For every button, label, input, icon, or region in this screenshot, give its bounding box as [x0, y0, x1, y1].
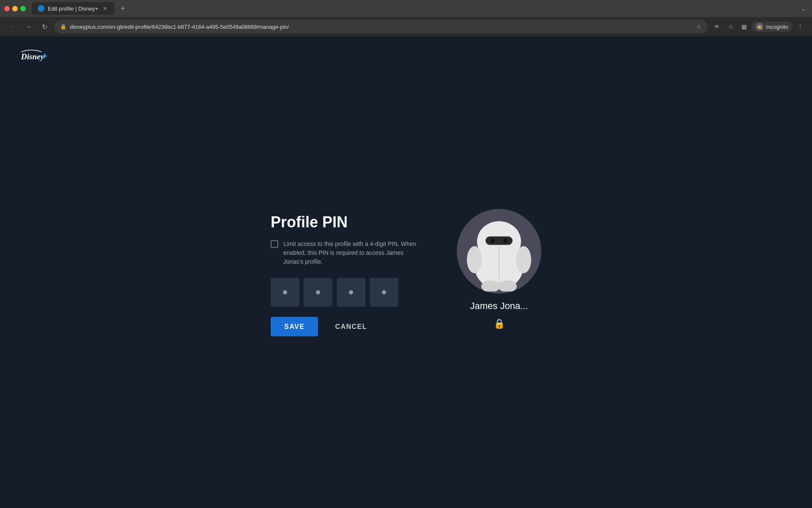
tab-favicon — [38, 5, 44, 12]
pin-dot-3 — [349, 290, 353, 295]
disney-plus-logo[interactable]: Disney + — [20, 49, 50, 69]
nav-right-controls: 👁 ☆ ▦ 🕵 Incognito ⋮ — [711, 21, 806, 33]
avatar-section: ~ James Jona... 🔒 — [457, 209, 541, 329]
svg-text:Disney: Disney — [21, 52, 44, 61]
pin-checkbox-row: Limit access to this profile with a 4-di… — [271, 240, 423, 266]
pin-enable-checkbox[interactable] — [271, 240, 278, 248]
svg-point-6 — [503, 239, 508, 243]
active-tab[interactable]: Edit profile | Disney+ ✕ — [32, 2, 114, 15]
pin-dot-1 — [283, 290, 287, 295]
refresh-button[interactable]: ↻ — [38, 20, 51, 33]
traffic-lights — [4, 6, 26, 11]
close-traffic-light[interactable] — [4, 6, 10, 11]
pin-section: Profile PIN Limit access to this profile… — [271, 209, 423, 337]
svg-point-5 — [491, 239, 495, 243]
tab-close-button[interactable]: ✕ — [102, 5, 108, 12]
minimize-traffic-light[interactable] — [12, 6, 18, 11]
bookmark-icon[interactable]: ☆ — [724, 21, 736, 33]
more-options-button[interactable]: ⋮ — [794, 21, 806, 33]
profile-name: James Jona... — [470, 301, 528, 312]
page-content: Disney + Profile PIN Limit access to thi… — [0, 37, 812, 508]
forward-button[interactable]: → — [22, 20, 35, 33]
star-icon[interactable]: ☆ — [696, 23, 702, 30]
svg-text:+: + — [42, 50, 47, 61]
tab-end-controls: ⌄ — [799, 3, 808, 14]
svg-point-9 — [516, 246, 531, 273]
navigation-bar: ← → ↻ 🔒 disneyplus.com/en-gb/edit-profil… — [0, 17, 812, 36]
browser-chrome: Edit profile | Disney+ ✕ + ⌄ ← → ↻ 🔒 dis… — [0, 0, 812, 37]
pin-buttons: SAVE CANCEL — [271, 317, 423, 337]
new-tab-button[interactable]: + — [117, 3, 129, 14]
screen-reader-icon[interactable]: 👁 — [711, 21, 723, 33]
address-bar[interactable]: 🔒 disneyplus.com/en-gb/edit-profile/6423… — [54, 20, 708, 33]
incognito-icon: 🕵 — [756, 23, 763, 30]
tab-bar: Edit profile | Disney+ ✕ + ⌄ — [0, 0, 812, 17]
save-button[interactable]: SAVE — [271, 317, 318, 337]
tab-title: Edit profile | Disney+ — [48, 6, 98, 12]
cancel-button[interactable]: CANCEL — [323, 317, 379, 337]
pin-digit-3[interactable] — [337, 278, 365, 307]
lock-icon: 🔒 — [60, 24, 66, 30]
maximize-traffic-light[interactable] — [20, 6, 26, 11]
incognito-badge[interactable]: 🕵 Incognito — [752, 22, 793, 32]
pin-inputs — [271, 278, 423, 307]
page-title: Profile PIN — [271, 213, 423, 231]
profile-lock-icon: 🔒 — [494, 318, 505, 329]
back-button[interactable]: ← — [6, 20, 19, 33]
baymax-avatar: ~ — [465, 211, 533, 292]
browser-sidebar-icon[interactable]: ▦ — [738, 21, 750, 33]
pin-description: Limit access to this profile with a 4-di… — [283, 240, 423, 266]
main-content: Profile PIN Limit access to this profile… — [271, 209, 541, 337]
svg-text:~: ~ — [508, 278, 511, 284]
incognito-label: Incognito — [766, 24, 788, 30]
pin-digit-1[interactable] — [271, 278, 299, 307]
pin-dot-2 — [316, 290, 320, 295]
avatar-container: ~ — [457, 209, 541, 294]
pin-digit-4[interactable] — [370, 278, 398, 307]
tab-list-button[interactable]: ⌄ — [799, 3, 808, 14]
pin-dot-4 — [382, 290, 386, 295]
url-text: disneyplus.com/en-gb/edit-profile/64236b… — [70, 24, 693, 30]
svg-rect-4 — [486, 237, 513, 245]
svg-point-8 — [467, 246, 482, 273]
pin-digit-2[interactable] — [304, 278, 332, 307]
